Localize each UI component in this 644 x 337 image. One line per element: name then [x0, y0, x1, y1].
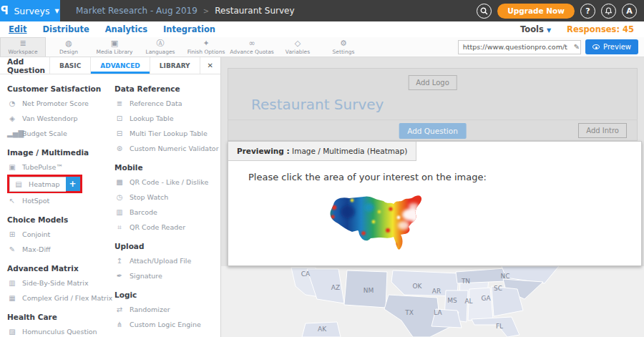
editor-toolbar: ≣ Workspace ◍ Design ▣ Media Library Ⓐ L… — [0, 37, 644, 57]
preview-card: Previewing : Image / Multimedia (Heatmap… — [228, 141, 642, 266]
tools-menu[interactable]: Tools ▼ — [520, 24, 551, 34]
signature-icon: ✒ — [114, 272, 125, 280]
question-type-van-westendorp[interactable]: ◈ Van Westendorp — [7, 111, 107, 126]
question-type-custom-numeric-validator[interactable]: ⊛ Custom Numeric Validator — [114, 141, 220, 156]
survey-title[interactable]: Restaurant Survey — [251, 96, 384, 113]
custom-numeric-validator-icon: ⊛ — [114, 145, 125, 152]
toolbar-item-advance-quotas[interactable]: ∞ Advance Quotas — [229, 37, 275, 57]
toolbar-item-variables[interactable]: ◇ Variables — [275, 37, 321, 57]
design-icon: ◍ — [65, 39, 72, 47]
question-type-randomizer[interactable]: ⇄ Randomizer — [114, 302, 220, 317]
question-type-heatmap[interactable]: ▤ Heatmap — [9, 177, 66, 192]
question-type-budget-scale[interactable]: ▂▅▇ Budget Scale — [7, 126, 107, 141]
toolbar-item-settings[interactable]: ⚙ Settings — [321, 37, 366, 57]
nav-integration[interactable]: Integration — [163, 24, 215, 34]
add-question-button[interactable]: Add Question — [399, 123, 467, 139]
breadcrumb-folder[interactable]: Market Research - Aug 2019 — [76, 6, 197, 16]
question-type-multi-tier-lookup-table[interactable]: ⊟ Multi Tier Lookup Table — [114, 126, 220, 141]
toolbar-item-finish-options[interactable]: ✦ Finish Options — [183, 37, 229, 57]
question-type-hotspot[interactable]: ↖ HotSpot — [7, 193, 107, 208]
question-type-max-diff[interactable]: ✎ Max-Diff — [7, 242, 107, 257]
max-diff-icon: ✎ — [7, 245, 17, 253]
nav-distribute[interactable]: Distribute — [43, 24, 89, 34]
notifications-button[interactable] — [601, 4, 616, 19]
toolbar-item-workspace[interactable]: ≣ Workspace — [0, 37, 46, 57]
nav-analytics[interactable]: Analytics — [105, 24, 147, 34]
responses-count[interactable]: Responses: 45 — [567, 24, 634, 34]
question-type-net-promoter-score[interactable]: ◔ Net Promoter Score — [7, 96, 107, 111]
state-label-CA: CA — [301, 270, 311, 278]
heatmap-question-text: Please click the area of your interest o… — [248, 172, 487, 182]
close-panel-button[interactable]: ✕ — [200, 57, 220, 74]
randomizer-icon: ⇄ — [114, 306, 125, 313]
tubepulse-icon: ▣ — [7, 163, 17, 171]
survey-url-input[interactable] — [458, 40, 581, 54]
search-button[interactable] — [477, 4, 492, 19]
question-type-reference-data[interactable]: ≣ Reference Data — [114, 96, 220, 111]
toolbar-item-design[interactable]: ◍ Design — [46, 37, 92, 57]
heatmap-icon: ▤ — [14, 180, 24, 188]
question-type-complex-grid-flex-matrix[interactable]: ▦ Complex Grid / Flex Matrix — [7, 290, 107, 306]
breadcrumb-survey[interactable]: Restaurant Survey — [215, 6, 294, 16]
state-label-NC: NC — [500, 273, 509, 280]
preview-button[interactable]: Preview — [585, 39, 638, 54]
upgrade-now-button[interactable]: Upgrade Now — [497, 4, 575, 19]
question-type-barcode[interactable]: ▥ Barcode — [114, 205, 220, 220]
tab-library[interactable]: LIBRARY — [150, 57, 200, 74]
state-label-NM: NM — [364, 287, 374, 294]
side-by-side-matrix-icon: ▥ — [7, 279, 17, 287]
question-type-attach-upload-file[interactable]: ↥ Attach/Upload File — [114, 253, 220, 268]
question-type-tubepulse[interactable]: ▣ TubePulse™ — [7, 160, 107, 175]
state-label-AK: AK — [318, 326, 327, 333]
question-type-qr-code-like-dislike[interactable]: ▩ QR Code - Like / Dislike — [114, 175, 220, 190]
questionpro-logo-icon: P — [1, 4, 9, 17]
question-type-qr-code-reader[interactable]: ⌗ QR Code Reader — [114, 220, 220, 235]
help-button[interactable]: ? — [580, 4, 595, 19]
nav-edit[interactable]: Edit — [9, 24, 27, 34]
add-question-panel: Add Question BASIC ADVANCED LIBRARY ✕ Cu… — [0, 57, 221, 337]
languages-icon: Ⓐ — [157, 39, 165, 47]
van-westendorp-icon: ◈ — [7, 114, 17, 122]
us-map-image: CAAZNMOKARTNNCSCMSALGATXLAAKFL — [221, 266, 644, 337]
conjoint-icon: ⊞ — [7, 230, 17, 238]
toolbar-item-languages[interactable]: Ⓐ Languages — [137, 37, 183, 57]
toolbar-item-media-library[interactable]: ▣ Media Library — [92, 37, 137, 57]
add-intro-button[interactable]: Add Intro — [578, 123, 627, 138]
state-label-MS: MS — [447, 297, 457, 304]
tab-basic[interactable]: BASIC — [49, 57, 90, 74]
add-logo-button[interactable]: Add Logo — [408, 75, 457, 90]
add-heatmap-button[interactable]: + — [66, 177, 80, 191]
media-library-icon: ▣ — [111, 39, 118, 47]
section-heading: Advanced Matrix — [7, 264, 107, 273]
question-type-conjoint[interactable]: ⊞ Conjoint — [7, 227, 107, 242]
survey-actions-row: Add Question Add Intro — [228, 119, 638, 141]
variables-icon: ◇ — [295, 39, 301, 47]
state-label-OK: OK — [413, 283, 423, 290]
section-heading: Customer Satisfaction — [7, 84, 107, 93]
breadcrumb-separator-icon: > — [203, 7, 209, 15]
heatmap-image[interactable] — [326, 193, 443, 252]
state-label-AL: AL — [464, 298, 472, 305]
survey-header-card: Add Logo Restaurant Survey — [228, 68, 638, 119]
question-type-signature[interactable]: ✒ Signature — [114, 268, 220, 283]
question-type-homunculus-question[interactable]: ▨ Homunculus Question — [7, 324, 107, 337]
question-type-stop-watch[interactable]: ◷ Stop Watch — [114, 190, 220, 205]
hotspot-icon: ↖ — [7, 197, 17, 205]
multi-tier-lookup-table-icon: ⊟ — [114, 130, 125, 137]
advance-quotas-icon: ∞ — [248, 39, 255, 47]
question-type-lookup-table[interactable]: ⊡ Lookup Table — [114, 111, 220, 126]
tab-advanced[interactable]: ADVANCED — [90, 57, 150, 74]
account-avatar[interactable]: A — [622, 4, 637, 19]
surveys-menu[interactable]: P Surveys ▼ — [0, 0, 60, 21]
state-label-SC: SC — [494, 285, 502, 292]
state-label-FL: FL — [496, 323, 503, 330]
question-type-custom-logic-engine[interactable]: ⋔ Custom Logic Engine — [114, 317, 220, 332]
section-heading: Image / Multimedia — [7, 148, 107, 157]
survey-canvas: Add Logo Restaurant Survey Add Question … — [221, 57, 644, 337]
chevron-down-icon: ▼ — [547, 27, 551, 34]
edit-url-icon[interactable]: ✎ — [574, 43, 580, 51]
question-type-side-by-side-matrix[interactable]: ▥ Side-By-Side Matrix — [7, 275, 107, 290]
top-bar: P Surveys ▼ Market Research - Aug 2019 >… — [0, 0, 644, 21]
state-label-TN: TN — [461, 278, 470, 285]
budget-scale-icon: ▂▅▇ — [7, 130, 17, 137]
